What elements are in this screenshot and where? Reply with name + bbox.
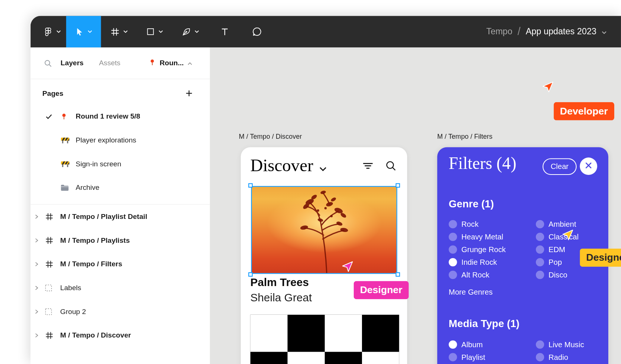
frame-icon	[45, 212, 60, 221]
genre-option-disco[interactable]: Disco	[536, 271, 579, 279]
layer-label: M / Tempo / Discover	[60, 331, 131, 339]
layer-label: Group 2	[60, 307, 86, 316]
pages-header: Pages +	[31, 82, 210, 104]
genre-option-heavy-metal[interactable]: Heavy Metal	[449, 233, 506, 241]
chevron-down-icon[interactable]	[194, 30, 199, 33]
layer-row-group-2[interactable]: Group 2	[31, 299, 210, 323]
discover-screen-title[interactable]: Discover	[250, 154, 327, 176]
genre-option-pop[interactable]: Pop	[536, 258, 579, 266]
page-label: Sign-in screen	[76, 160, 121, 168]
frame-tool-button[interactable]	[101, 16, 137, 47]
radio-icon[interactable]	[449, 245, 457, 254]
document-title[interactable]: Tempo / App updates 2023	[486, 16, 607, 47]
expand-chevron-icon[interactable]	[35, 214, 45, 219]
genre-option-ambient[interactable]: Ambient	[536, 220, 579, 228]
main-menu-button[interactable]	[38, 16, 66, 47]
checkerboard-graphic[interactable]	[250, 315, 399, 364]
radio-icon[interactable]	[536, 245, 544, 254]
expand-chevron-icon[interactable]	[35, 333, 45, 338]
frame-title-filters[interactable]: M / Tempo / Filters	[437, 133, 493, 141]
page-row-sign-in-screen[interactable]: Sign-in screen	[31, 152, 210, 176]
pages-title: Pages	[43, 89, 63, 97]
page-row-archive[interactable]: Archive	[31, 176, 210, 200]
media-option-playlist[interactable]: Playlist	[449, 353, 485, 361]
expand-chevron-icon[interactable]	[35, 285, 45, 291]
chevron-down-icon[interactable]	[88, 30, 93, 33]
layer-row-filters[interactable]: M / Tempo / Filters	[31, 252, 210, 276]
expand-chevron-icon[interactable]	[35, 261, 45, 267]
genre-option-grunge-rock[interactable]: Grunge Rock	[449, 245, 506, 254]
text-tool-button[interactable]	[208, 16, 241, 47]
media-option-album[interactable]: Album	[449, 341, 485, 349]
track-artist[interactable]: Sheila Great	[250, 291, 312, 304]
move-tool-button[interactable]	[66, 16, 101, 47]
genre-option-alt-rock[interactable]: Alt Rock	[449, 271, 506, 279]
chevron-down-icon[interactable]	[56, 30, 61, 33]
group-icon	[45, 308, 60, 315]
discover-frame[interactable]: Discover	[241, 147, 407, 364]
search-icon[interactable]	[384, 159, 397, 174]
radio-icon[interactable]	[449, 353, 457, 361]
add-page-button[interactable]: +	[185, 88, 193, 100]
text-icon	[219, 27, 230, 37]
chevron-down-icon[interactable]	[158, 30, 163, 33]
artwork-photo[interactable]	[252, 187, 396, 273]
genre-option-edm[interactable]: EDM	[536, 245, 579, 254]
tab-assets[interactable]: Assets	[99, 59, 120, 67]
radio-selected-icon[interactable]	[449, 341, 457, 349]
layer-row-playlists[interactable]: M / Tempo / Playlists	[31, 228, 210, 252]
canvas[interactable]: M / Tempo / Discover M / Tempo / Filters…	[210, 47, 621, 364]
radio-icon[interactable]	[449, 220, 457, 228]
radio-icon[interactable]	[536, 271, 544, 279]
track-title[interactable]: Palm Trees	[250, 276, 309, 289]
frame-title-discover[interactable]: M / Tempo / Discover	[239, 133, 302, 141]
radio-icon[interactable]	[536, 220, 544, 228]
pen-tool-button[interactable]	[172, 16, 208, 47]
frame-icon	[45, 331, 60, 340]
media-column-1: Album Playlist	[449, 341, 485, 361]
close-filters-button[interactable]	[580, 157, 597, 175]
page-label: Round 1 review 5/8	[76, 112, 140, 120]
filter-icon[interactable]	[361, 159, 375, 174]
chevron-down-icon[interactable]	[602, 26, 607, 37]
layer-row-playlist-detail[interactable]: M / Tempo / Playlist Detail	[31, 205, 210, 229]
genre-option-indie-rock[interactable]: Indie Rock	[449, 258, 506, 266]
chevron-down-icon[interactable]	[123, 30, 128, 33]
left-sidebar: Layers Assets Roun... Pages	[31, 47, 210, 364]
radio-icon[interactable]	[536, 353, 544, 361]
media-option-live-music[interactable]: Live Music	[536, 341, 584, 349]
pinned-page-toggle[interactable]: Roun...	[149, 59, 193, 68]
layer-row-discover[interactable]: M / Tempo / Discover	[31, 323, 210, 347]
clear-filters-button[interactable]: Clear	[543, 158, 577, 175]
expand-chevron-icon[interactable]	[35, 238, 45, 243]
sidebar-tabs: Layers Assets Roun...	[31, 47, 210, 79]
file-name[interactable]: App updates 2023	[526, 26, 597, 37]
radio-icon[interactable]	[449, 271, 457, 279]
layer-row-labels[interactable]: Labels	[31, 276, 210, 300]
pin-icon	[149, 59, 156, 68]
chevron-down-icon[interactable]	[319, 156, 327, 176]
media-option-radio[interactable]: Radio	[536, 353, 584, 361]
genre-option-rock[interactable]: Rock	[449, 220, 506, 228]
radio-icon[interactable]	[449, 233, 457, 241]
selection-handle-top-left[interactable]	[248, 183, 253, 188]
radio-icon[interactable]	[536, 341, 544, 349]
search-icon[interactable]	[44, 59, 52, 68]
shape-tool-button[interactable]	[137, 16, 172, 47]
tab-layers[interactable]: Layers	[60, 59, 84, 67]
chevron-up-icon[interactable]	[187, 59, 193, 67]
project-name[interactable]: Tempo	[486, 26, 512, 37]
expand-chevron-icon[interactable]	[35, 309, 45, 314]
selection-handle-bottom-right[interactable]	[396, 272, 400, 277]
more-genres-link[interactable]: More Genres	[449, 288, 493, 296]
comment-bubble-icon	[252, 26, 262, 37]
frame-icon	[45, 260, 60, 269]
radio-icon[interactable]	[536, 233, 544, 241]
page-row-player-explorations[interactable]: Player explorations	[31, 128, 210, 152]
selected-artwork-image[interactable]	[252, 187, 396, 273]
radio-icon[interactable]	[536, 258, 544, 266]
radio-selected-icon[interactable]	[449, 258, 457, 266]
comment-tool-button[interactable]	[241, 16, 273, 47]
selection-handle-top-right[interactable]	[396, 183, 400, 188]
page-row-round-1-review[interactable]: Round 1 review 5/8	[31, 104, 210, 128]
